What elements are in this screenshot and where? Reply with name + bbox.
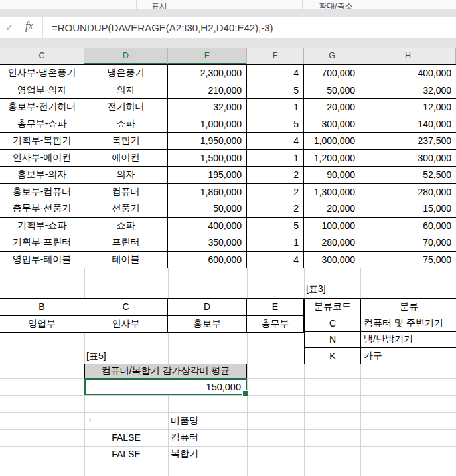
fill-handle[interactable] — [242, 390, 248, 396]
main-table-cell[interactable]: 1 — [247, 234, 304, 252]
main-table-cell[interactable]: 기획부-쇼파 — [0, 218, 84, 235]
main-table-cell[interactable]: 2,300,000 — [168, 65, 247, 82]
main-table-cell[interactable]: 300,000 — [360, 150, 456, 167]
selected-cell[interactable]: 150,000 — [84, 378, 247, 395]
main-table-cell[interactable]: 4 — [247, 252, 304, 269]
main-table-cell[interactable]: 에어컨 — [84, 150, 168, 167]
main-table-cell[interactable]: 2 — [247, 184, 304, 201]
dept-table-header-cell[interactable]: C — [84, 299, 168, 316]
criteria-item-cell[interactable]: 복합기 — [168, 446, 247, 463]
column-header-g[interactable]: G — [304, 48, 360, 64]
formula-input[interactable]: =ROUNDUP(DAVERAGE(A2:I30,H2,D40:E42),-3) — [52, 17, 273, 38]
category-code-cell[interactable]: K — [305, 348, 361, 364]
main-table-cell[interactable]: 선풍기 — [84, 200, 168, 218]
main-table-cell[interactable]: 기획부-프린터 — [0, 234, 84, 252]
main-table-cell[interactable]: 홍보부-컴퓨터 — [0, 184, 84, 201]
main-table-cell[interactable]: 테이블 — [84, 252, 168, 269]
category-table-header-cell[interactable]: 분류코드 — [305, 299, 361, 315]
main-table-cell[interactable]: 12,000 — [360, 99, 456, 116]
main-table-cell[interactable]: 32,000 — [168, 99, 247, 116]
column-header-h[interactable]: H — [360, 48, 456, 64]
main-table-cell[interactable]: 1,950,000 — [168, 133, 247, 150]
main-table-cell[interactable]: 2 — [247, 167, 304, 184]
main-table-cell[interactable]: 1,500,000 — [168, 150, 247, 167]
main-table-cell[interactable]: 프린터 — [84, 234, 168, 252]
summary-title-cell[interactable]: 컴퓨터/복합기 감가상각비 평균 — [84, 364, 247, 378]
main-table-cell[interactable]: 전기히터 — [84, 99, 168, 116]
main-table-cell[interactable]: 5 — [247, 82, 304, 100]
main-table-cell[interactable]: 4 — [247, 133, 304, 150]
main-table-cell[interactable]: 20,000 — [304, 200, 360, 218]
main-table-cell[interactable]: 70,000 — [360, 234, 456, 252]
dept-table-header-cell[interactable]: D — [168, 299, 247, 316]
main-table-cell[interactable]: 280,000 — [304, 234, 360, 252]
main-table-cell[interactable]: 210,000 — [168, 82, 247, 100]
criteria-item-cell[interactable]: 컴퓨터 — [168, 429, 247, 445]
main-table-cell[interactable]: 기획부-복합기 — [0, 133, 84, 150]
main-table-cell[interactable]: 1,000,000 — [168, 116, 247, 133]
dept-table-cell[interactable]: 홍보부 — [168, 316, 247, 333]
dept-table-cell[interactable]: 영업부 — [0, 316, 84, 333]
enter-icon[interactable]: ✓ — [5, 21, 14, 33]
main-table-cell[interactable]: 총무부-쇼파 — [0, 116, 84, 133]
main-table-cell[interactable]: 15,000 — [360, 200, 456, 218]
main-table-cell[interactable]: 4 — [247, 65, 304, 82]
main-table-cell[interactable]: 복합기 — [84, 133, 168, 150]
main-table-cell[interactable]: 인사부-냉온풍기 — [0, 65, 84, 82]
main-table-cell[interactable]: 600,000 — [168, 252, 247, 269]
dept-table-cell[interactable]: 총무부 — [247, 316, 304, 333]
main-table-cell[interactable]: 홍보부-의자 — [0, 167, 84, 184]
main-table-cell[interactable]: 1,300,000 — [304, 184, 360, 201]
criteria-value-cell[interactable]: FALSE — [84, 446, 168, 463]
category-code-cell[interactable]: N — [305, 332, 361, 349]
dept-table-header-cell[interactable]: E — [247, 299, 304, 316]
main-table-cell[interactable]: 237,500 — [360, 133, 456, 150]
main-table-cell[interactable]: 90,000 — [304, 167, 360, 184]
category-table-header-cell[interactable]: 분류 — [361, 299, 456, 315]
category-name-cell[interactable]: 냉/난방기기 — [361, 332, 456, 349]
criteria-corner-cell[interactable]: ㄴ — [84, 412, 168, 429]
main-table-cell[interactable]: 350,000 — [168, 234, 247, 252]
main-table-cell[interactable]: 300,000 — [304, 252, 360, 269]
main-table-cell[interactable]: 50,000 — [168, 200, 247, 218]
main-table-cell[interactable]: 쇼파 — [84, 116, 168, 133]
main-table-cell[interactable]: 인사부-에어컨 — [0, 150, 84, 167]
category-name-cell[interactable]: 가구 — [361, 348, 456, 364]
main-table-cell[interactable]: 1,860,000 — [168, 184, 247, 201]
main-table-cell[interactable]: 300,000 — [304, 116, 360, 133]
main-table-cell[interactable]: 280,000 — [360, 184, 456, 201]
main-table-cell[interactable]: 2 — [247, 200, 304, 218]
main-table-cell[interactable]: 75,000 — [360, 252, 456, 269]
main-table-cell[interactable]: 5 — [247, 218, 304, 235]
main-table-cell[interactable]: 140,000 — [360, 116, 456, 133]
category-name-cell[interactable]: 컴퓨터 및 주변기기 — [361, 315, 456, 332]
main-table-cell[interactable]: 의자 — [84, 82, 168, 100]
column-header-e[interactable]: E — [168, 48, 247, 64]
criteria-header-cell[interactable]: 비품명 — [168, 412, 247, 429]
insert-function-icon[interactable]: fx — [25, 20, 33, 32]
main-table-cell[interactable]: 영업부-테이블 — [0, 252, 84, 269]
main-table-cell[interactable]: 의자 — [84, 167, 168, 184]
main-table-cell[interactable]: 195,000 — [168, 167, 247, 184]
category-code-cell[interactable]: C — [305, 315, 361, 332]
main-table-cell[interactable]: 700,000 — [304, 65, 360, 82]
main-table-cell[interactable]: 5 — [247, 116, 304, 133]
main-table-cell[interactable]: 50,000 — [304, 82, 360, 100]
criteria-value-cell[interactable]: FALSE — [84, 429, 168, 445]
main-table-cell[interactable]: 1,000,000 — [304, 133, 360, 150]
dept-table-header-cell[interactable]: B — [0, 299, 84, 316]
main-table-cell[interactable]: 400,000 — [168, 218, 247, 235]
main-table-cell[interactable]: 1 — [247, 150, 304, 167]
dept-table-cell[interactable]: 인사부 — [84, 316, 168, 333]
main-table-cell[interactable]: 20,000 — [304, 99, 360, 116]
main-table-cell[interactable]: 400,000 — [360, 65, 456, 82]
main-table-cell[interactable]: 100,000 — [304, 218, 360, 235]
main-table-cell[interactable]: 1 — [247, 99, 304, 116]
column-header-c[interactable]: C — [0, 48, 84, 64]
main-table-cell[interactable]: 컴퓨터 — [84, 184, 168, 201]
main-table-cell[interactable]: 1,200,000 — [304, 150, 360, 167]
table5-label-cell[interactable]: [표5] — [86, 349, 106, 364]
main-table-cell[interactable]: 홍보부-전기히터 — [0, 99, 84, 116]
main-table-cell[interactable]: 60,000 — [360, 218, 456, 235]
main-table-cell[interactable]: 총무부-선풍기 — [0, 200, 84, 218]
